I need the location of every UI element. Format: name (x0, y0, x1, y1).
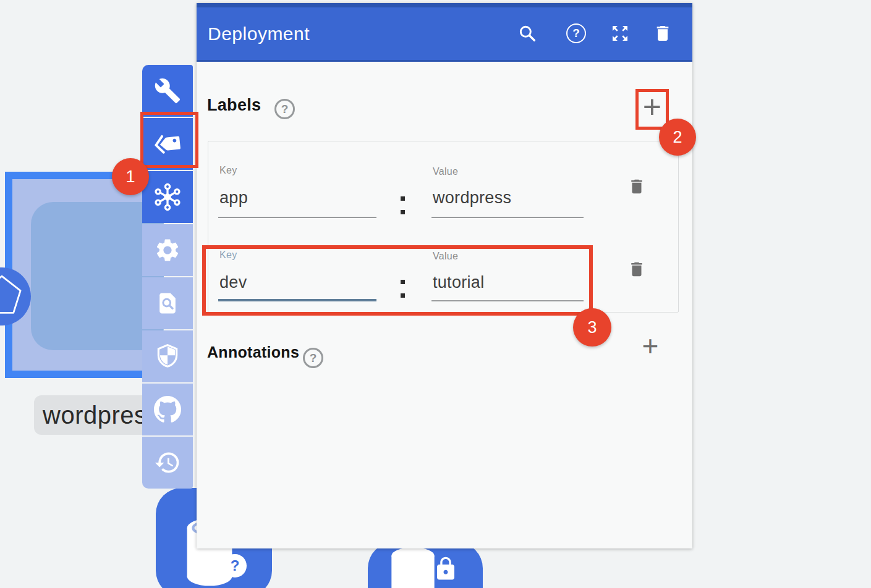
search-icon[interactable] (517, 23, 537, 43)
value-input-underline (431, 217, 584, 218)
gear-icon (154, 237, 181, 264)
step1-highlight-box (140, 112, 198, 168)
toolbar-item-topology[interactable] (142, 171, 193, 223)
toolbar-item-security[interactable] (142, 330, 193, 382)
toolbar-item-settings[interactable] (142, 224, 193, 276)
github-icon (153, 395, 182, 424)
panel-title: Deployment (208, 7, 310, 60)
key-field-label: Key (219, 165, 237, 176)
key-value-separator (401, 196, 405, 214)
trash-icon[interactable] (653, 23, 673, 43)
labels-section-title: Labels (207, 96, 261, 115)
hub-icon (153, 183, 182, 211)
step3-badge: 3 (573, 308, 611, 346)
shield-icon (154, 343, 181, 370)
step2-badge: 2 (659, 119, 696, 156)
delete-label-row-icon[interactable] (627, 175, 646, 198)
wrench-icon (154, 77, 181, 104)
annotations-section-title: Annotations (207, 343, 299, 361)
pentagon-icon (0, 267, 31, 326)
labels-help-icon[interactable]: ? (274, 99, 295, 119)
database-cylinder-icon (388, 547, 438, 588)
toolbar-item-github[interactable] (142, 384, 193, 435)
panel-header: Deployment ? (197, 3, 692, 62)
key-input[interactable]: app (219, 188, 248, 208)
history-icon (154, 449, 181, 476)
database-locked-node[interactable] (368, 542, 483, 588)
expand-icon[interactable] (610, 23, 630, 43)
key-input-underline (218, 217, 376, 218)
help-icon[interactable]: ? (566, 23, 586, 43)
toolbar-item-history[interactable] (142, 437, 193, 489)
toolbar-item-inspect[interactable] (142, 277, 193, 329)
pod-icon[interactable] (0, 267, 31, 326)
lock-icon (433, 553, 459, 584)
step1-badge: 1 (112, 158, 149, 195)
annotations-help-icon[interactable]: ? (303, 348, 323, 368)
question-badge: ? (223, 554, 247, 578)
add-annotation-button[interactable]: + (635, 328, 665, 364)
value-field-label: Value (433, 166, 458, 177)
file-search-icon (154, 290, 181, 317)
value-input[interactable]: wordpress (433, 188, 511, 208)
delete-label-row-icon[interactable] (627, 258, 646, 280)
toolbar-item-build[interactable] (142, 65, 193, 117)
step3-highlight-box (202, 245, 593, 316)
